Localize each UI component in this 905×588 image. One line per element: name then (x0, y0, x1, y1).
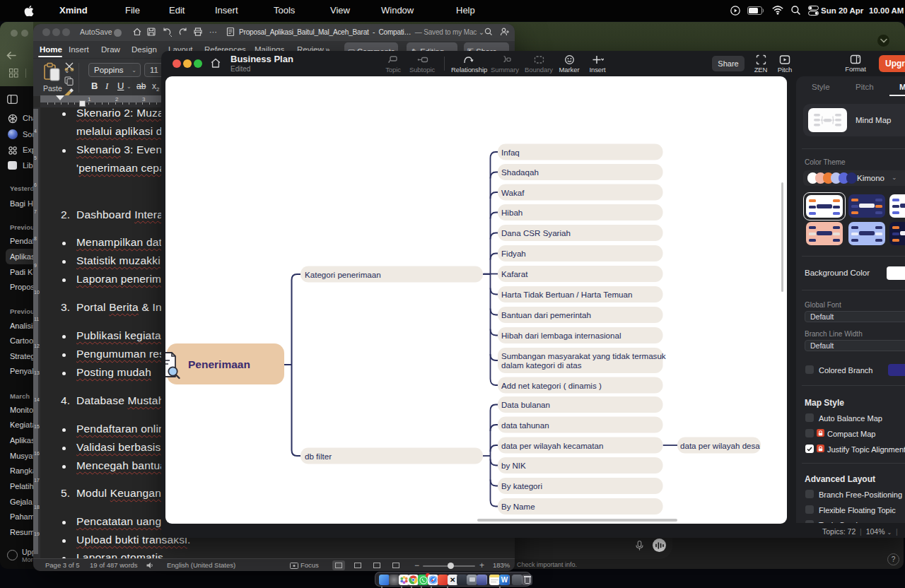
svg-text:Hibah: Hibah (501, 208, 522, 217)
svg-text:Fidyah: Fidyah (501, 249, 526, 258)
svg-text:Kategori penerimaan: Kategori penerimaan (305, 270, 381, 279)
svg-text:By Name: By Name (501, 502, 535, 511)
svg-text:by NIK: by NIK (501, 461, 526, 470)
svg-text:Sumbangan masyarakat yang tida: Sumbangan masyarakat yang tidak termasuk (501, 351, 666, 360)
svg-text:Bantuan dari pemerintah: Bantuan dari pemerintah (501, 310, 591, 319)
svg-text:data per wilayah desa: data per wilayah desa (680, 441, 760, 450)
svg-text:Harta Tidak Bertuan / Harta Te: Harta Tidak Bertuan / Harta Temuan (501, 290, 632, 299)
svg-text:Dana CSR Syariah: Dana CSR Syariah (501, 228, 571, 237)
svg-text:Add net kategori ( dinamis ): Add net kategori ( dinamis ) (501, 381, 602, 390)
svg-text:db filter: db filter (305, 452, 332, 461)
svg-text:Penerimaan: Penerimaan (188, 358, 250, 370)
svg-text:data tahunan: data tahunan (501, 421, 549, 430)
svg-text:Wakaf: Wakaf (501, 188, 525, 197)
svg-text:Shadaqah: Shadaqah (501, 167, 539, 177)
svg-text:By kategori: By kategori (501, 481, 542, 490)
svg-text:data per wilayah kecamatan: data per wilayah kecamatan (501, 441, 603, 450)
svg-text:Data bulanan: Data bulanan (501, 400, 550, 409)
svg-text:Hibah dari lembaga internasion: Hibah dari lembaga internasional (501, 331, 621, 340)
svg-text:dalam kategori di atas: dalam kategori di atas (501, 360, 582, 370)
svg-text:Kafarat: Kafarat (501, 269, 528, 278)
svg-text:Infaq: Infaq (501, 148, 520, 157)
